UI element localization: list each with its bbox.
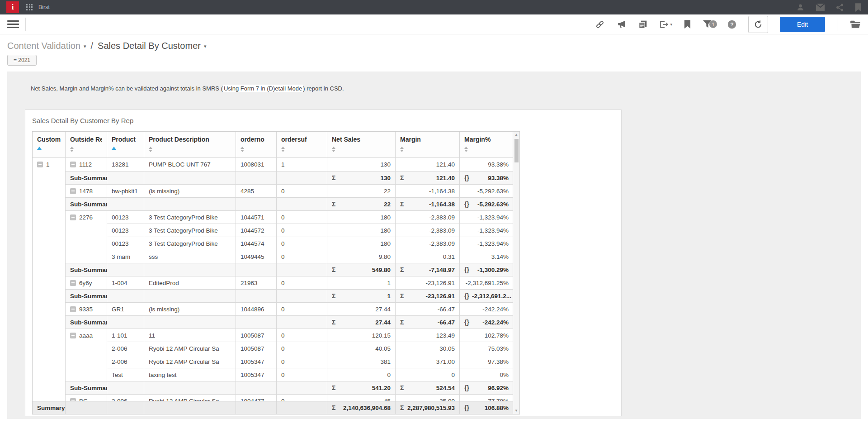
note-text: Net Sales, Margin and Margin% can be val…	[31, 85, 223, 92]
column-header-desc[interactable]: Product Description	[144, 132, 236, 157]
vertical-scrollbar[interactable]: ▲ ▼	[513, 132, 519, 414]
cell-customer	[33, 263, 66, 276]
collapse-icon[interactable]	[70, 306, 76, 312]
cell-customer	[33, 276, 66, 289]
refresh-button[interactable]	[748, 16, 768, 33]
cell-orderno	[236, 263, 277, 276]
cell-net_sales: 40.05	[327, 342, 396, 355]
breadcrumb-parent-caret-icon[interactable]: ▾	[84, 43, 86, 49]
collapse-icon[interactable]	[70, 333, 76, 338]
sub-summary-row: Sub-SummaryΣ1Σ-23,126.91{}-2,312,691.2..…	[33, 289, 513, 302]
sort-icon[interactable]	[464, 147, 509, 152]
cell-rep: 2276	[66, 210, 107, 224]
app-grid-icon[interactable]	[26, 4, 33, 11]
sort-icon[interactable]	[70, 147, 102, 152]
year-filter-chip[interactable]: = 2021	[7, 55, 37, 66]
cell-net_sales: 27.44	[327, 302, 396, 315]
cell-ordersuf: 0	[277, 250, 327, 263]
sort-icon[interactable]	[400, 147, 455, 152]
sort-icon[interactable]	[281, 147, 322, 152]
cell-orderno: 1044896	[236, 302, 277, 315]
copy-icon[interactable]	[638, 20, 647, 29]
column-header-margin[interactable]: Margin	[396, 132, 460, 157]
mail-icon[interactable]	[816, 4, 825, 11]
cell-margin: -2,383.09	[396, 210, 460, 224]
cell-product: 2-006	[107, 355, 144, 368]
cell-desc: 3 Test CategoryProd Bike	[144, 210, 236, 224]
aggregate-value: -23,126.91	[425, 293, 455, 300]
cell-rep	[66, 237, 107, 250]
column-header-net_sales[interactable]: Net Sales	[327, 132, 396, 157]
scroll-down-icon[interactable]: ▼	[514, 408, 518, 414]
table-body: 1111213281PUMP BLOC UNT 7671008031113012…	[33, 158, 513, 401]
edit-button[interactable]: Edit	[780, 17, 825, 32]
cell-desc	[144, 401, 236, 414]
column-label: Customer	[37, 136, 61, 143]
aggregate-value: 22	[384, 201, 391, 208]
cell-orderno: 4285	[236, 184, 277, 197]
cell-net_sales: 0	[327, 368, 396, 381]
sort-asc-icon[interactable]	[112, 147, 139, 150]
sort-icon[interactable]	[241, 147, 272, 152]
aggregate-cell: Σ549.80	[327, 263, 396, 276]
aggregate-glyph: {}	[464, 200, 469, 208]
svg-text:?: ?	[730, 21, 733, 27]
cell-desc: (is missing)	[144, 184, 236, 197]
cell-margin: 35.00	[396, 394, 460, 401]
column-header-rep[interactable]: Outside Rep	[66, 132, 107, 157]
cell-orderno: 1044571	[236, 210, 277, 224]
cell-customer	[33, 342, 66, 355]
aggregate-cell: Σ-1,164.38	[396, 197, 460, 210]
breadcrumb-current[interactable]: Sales Detail By Customer	[98, 41, 201, 51]
column-header-ordersuf[interactable]: ordersuf	[277, 132, 327, 157]
cell-product	[107, 315, 144, 329]
cell-margin_pct: 75.03%	[460, 342, 513, 355]
collapse-icon[interactable]	[70, 214, 76, 220]
cell-product: 3 mam	[107, 250, 144, 263]
column-header-margin_pct[interactable]: Margin%	[460, 132, 513, 157]
scroll-up-icon[interactable]: ▲	[514, 132, 518, 138]
share-icon[interactable]	[836, 3, 844, 12]
infor-logo[interactable]: i	[6, 1, 19, 13]
aggregate-cell: {}-242.24%	[460, 315, 513, 329]
collapse-icon[interactable]	[70, 188, 76, 194]
menu-icon[interactable]	[7, 19, 19, 30]
cell-desc	[144, 263, 236, 276]
cell-rep: 6y6y	[66, 276, 107, 289]
aggregate-value: -1,300.29%	[477, 267, 509, 273]
cell-rep: 9335	[66, 302, 107, 315]
sort-asc-icon[interactable]	[37, 147, 61, 150]
column-header-customer[interactable]: Customer	[33, 132, 66, 157]
bookmark-ribbon-icon[interactable]	[855, 3, 862, 12]
note-highlight: Using Form 7 in (D)etail Mode	[223, 85, 303, 92]
cell-rep: 1478	[66, 184, 107, 197]
cell-margin_pct: -1,323.94%	[460, 224, 513, 237]
collapse-icon[interactable]	[70, 280, 76, 286]
sort-icon[interactable]	[149, 147, 231, 152]
bookmark-icon[interactable]	[684, 20, 691, 29]
aggregate-cell: Σ22	[327, 197, 396, 210]
folder-icon[interactable]	[850, 20, 861, 29]
aggregate-glyph: Σ	[400, 404, 404, 411]
scrollbar-thumb[interactable]	[514, 139, 519, 162]
cell-orderno	[236, 197, 277, 210]
cell-margin: -1,164.38	[396, 184, 460, 197]
filter-icon[interactable]: 1	[703, 20, 712, 29]
export-icon[interactable]: ▾	[659, 20, 672, 29]
column-label: Product Description	[149, 136, 231, 143]
column-header-orderno[interactable]: orderno	[236, 132, 277, 157]
breadcrumb-parent[interactable]: Content Validation	[7, 41, 80, 51]
breadcrumb-current-caret-icon[interactable]: ▾	[204, 43, 207, 49]
collapse-icon[interactable]	[70, 162, 76, 167]
user-profile-icon[interactable]	[796, 3, 805, 12]
announce-icon[interactable]	[617, 20, 627, 29]
top-app-bar: i Birst	[0, 0, 868, 14]
link-icon[interactable]	[595, 19, 605, 29]
collapse-icon[interactable]	[37, 162, 43, 167]
table-row: 1111213281PUMP BLOC UNT 7671008031113012…	[33, 158, 513, 171]
cell-desc	[144, 171, 236, 184]
column-header-product[interactable]: Product	[107, 132, 144, 157]
cell-customer	[33, 210, 66, 224]
help-icon[interactable]: ?	[727, 20, 736, 29]
sort-icon[interactable]	[332, 147, 391, 152]
